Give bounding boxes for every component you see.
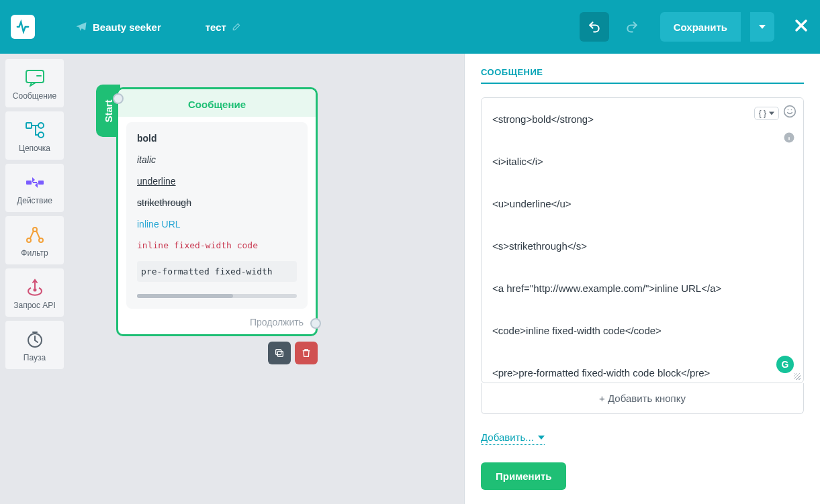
undo-button[interactable] <box>580 12 609 42</box>
caret-down-icon <box>769 111 774 115</box>
node-copy-button[interactable] <box>268 342 291 364</box>
node-body: Сообщение bold italic underline striketh… <box>116 87 318 336</box>
filter-icon <box>26 226 44 244</box>
breadcrumb-bot-label: Beauty seeker <box>93 21 161 33</box>
add-element-label: Добавить... <box>481 432 534 443</box>
caret-down-icon <box>538 436 545 440</box>
breadcrumb-flow-label: тест <box>206 21 226 33</box>
sidebar-item-label: Действие <box>17 196 52 205</box>
preview-pre: pre-formatted fixed-width <box>137 261 297 282</box>
chain-icon <box>25 121 45 139</box>
svg-rect-11 <box>277 351 283 356</box>
add-button-row[interactable]: + Добавить кнопку <box>481 383 804 414</box>
close-button[interactable] <box>793 17 809 36</box>
sidebar-item-api[interactable]: Запрос API <box>5 268 64 317</box>
variables-button-label: { } <box>759 109 766 118</box>
sidebar-item-action[interactable]: Действие <box>5 164 64 212</box>
preview-bold: bold <box>137 133 297 144</box>
sidebar-item-label: Сообщение <box>13 91 56 101</box>
pause-icon <box>26 331 44 348</box>
add-element-dropdown[interactable]: Добавить... <box>481 432 545 445</box>
action-icon <box>25 175 45 190</box>
save-dropdown[interactable] <box>750 12 774 42</box>
svg-rect-5 <box>38 181 44 185</box>
message-node[interactable]: Start Сообщение bold italic underline st… <box>116 87 318 336</box>
preview-underline: underline <box>137 176 297 187</box>
svg-rect-12 <box>276 350 281 355</box>
preview-link: inline URL <box>137 219 297 230</box>
close-icon <box>793 17 809 34</box>
pulse-icon <box>15 19 30 34</box>
breadcrumb-bot[interactable]: Beauty seeker <box>70 21 175 33</box>
node-actions <box>268 342 318 364</box>
properties-panel: СООБЩЕНИЕ { } G + Добавить кнопку Добави… <box>464 54 820 504</box>
message-editor-wrap: { } G <box>481 97 804 383</box>
message-editor[interactable] <box>482 98 803 380</box>
svg-point-2 <box>38 123 44 128</box>
add-button-label: + Добавить кнопку <box>599 393 686 404</box>
app-logo[interactable] <box>11 15 35 39</box>
sidebar-item-label: Пауза <box>24 353 46 362</box>
app-header: Beauty seeker тест Сохранить <box>0 0 820 54</box>
tool-sidebar: Сообщение Цепочка Действие Фильтр Запрос… <box>0 54 69 504</box>
svg-rect-1 <box>26 123 32 128</box>
preview-italic: italic <box>137 154 297 165</box>
svg-rect-0 <box>26 70 44 83</box>
svg-rect-4 <box>26 181 32 185</box>
sidebar-item-pause[interactable]: Пауза <box>5 321 64 369</box>
preview-scrollbar[interactable] <box>137 294 297 298</box>
save-button[interactable]: Сохранить <box>660 12 741 42</box>
info-icon <box>783 132 795 144</box>
sidebar-item-label: Запрос API <box>13 301 55 310</box>
message-preview: bold italic underline strikethrough inli… <box>126 122 308 309</box>
caret-down-icon <box>759 23 766 30</box>
start-badge-label: Start <box>103 99 114 122</box>
flow-canvas[interactable]: Start Сообщение bold italic underline st… <box>69 54 464 504</box>
info-button[interactable] <box>783 132 795 146</box>
message-icon <box>25 69 45 87</box>
svg-point-9 <box>34 289 36 291</box>
save-button-label: Сохранить <box>674 21 727 33</box>
undo-icon <box>588 20 601 34</box>
apply-button-label: Применить <box>496 470 551 482</box>
svg-point-3 <box>38 132 44 138</box>
redo-button[interactable] <box>617 12 647 42</box>
grammarly-label: G <box>782 359 789 370</box>
copy-icon <box>274 348 285 358</box>
trash-icon <box>301 348 312 358</box>
svg-point-8 <box>39 238 43 242</box>
sidebar-item-label: Фильтр <box>21 248 48 258</box>
svg-point-7 <box>27 238 31 242</box>
edit-icon <box>232 22 241 32</box>
redo-icon <box>625 20 639 34</box>
sidebar-item-message[interactable]: Сообщение <box>5 59 64 107</box>
emoji-button[interactable] <box>783 105 796 121</box>
grammarly-badge[interactable]: G <box>776 356 794 373</box>
node-delete-button[interactable] <box>295 342 318 364</box>
node-input-port[interactable] <box>113 93 124 104</box>
panel-title: СООБЩЕНИЕ <box>481 67 804 84</box>
apply-button[interactable]: Применить <box>481 462 566 490</box>
editor-toolbar: { } <box>754 105 796 121</box>
node-title: Сообщение <box>118 89 316 117</box>
emoji-icon <box>783 105 796 118</box>
breadcrumb-flow[interactable]: тест <box>200 21 255 33</box>
sidebar-item-chain[interactable]: Цепочка <box>5 111 64 160</box>
sidebar-item-filter[interactable]: Фильтр <box>5 216 64 264</box>
node-continue-label: Продолжить <box>118 311 316 327</box>
api-icon <box>26 279 44 296</box>
variables-button[interactable]: { } <box>754 107 779 120</box>
telegram-icon <box>75 21 87 33</box>
preview-code: inline fixed-width code <box>137 240 297 250</box>
svg-point-13 <box>784 106 796 117</box>
node-output-port[interactable] <box>310 318 321 329</box>
sidebar-item-label: Цепочка <box>19 144 50 153</box>
resize-handle[interactable] <box>794 373 801 380</box>
preview-strike: strikethrough <box>137 197 297 208</box>
